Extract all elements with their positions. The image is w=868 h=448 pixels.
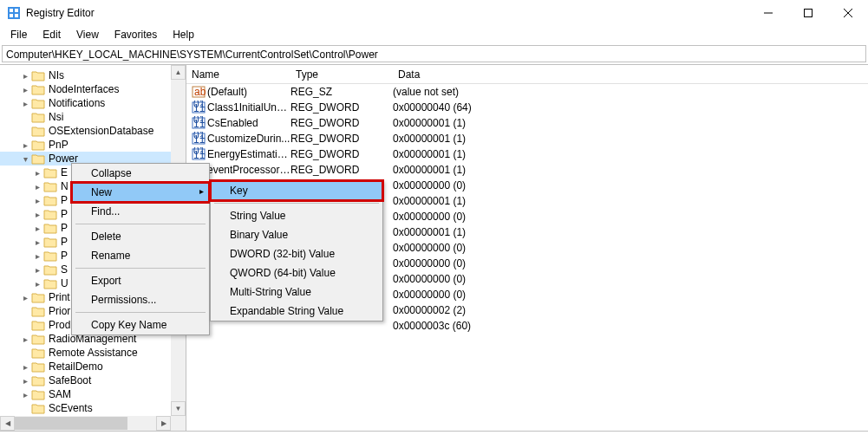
tree-item[interactable]: NIs [0,68,186,82]
menu-view[interactable]: View [69,27,106,42]
cell-data: 0x00000001 (1) [393,117,868,129]
menu-item-collapse[interactable]: Collapse [72,164,209,183]
list-row[interactable]: 011110eventProcessorE...REG_DWORD0x00000… [186,162,868,178]
menu-item-rename[interactable]: Rename [72,246,209,265]
chevron-right-icon[interactable] [19,140,31,150]
tree-item-label: ScEvents [47,402,95,414]
chevron-right-icon[interactable] [31,196,43,205]
tree-item[interactable]: NodeInterfaces [0,82,186,96]
menu-item-dword-32-bit-value[interactable]: DWORD (32-bit) Value [211,244,382,263]
list-header[interactable]: Name Type Data [186,65,868,84]
menu-file[interactable]: File [3,27,34,42]
chevron-right-icon[interactable] [19,362,31,372]
menu-item-multi-string-value[interactable]: Multi-String Value [211,282,382,302]
chevron-right-icon[interactable] [31,210,43,219]
folder-icon [31,83,45,95]
chevron-right-icon[interactable] [31,237,43,247]
cell-data: 0x00000001 (1) [393,195,868,207]
menu-separator [75,312,206,313]
scroll-down-icon[interactable]: ▼ [171,401,186,416]
menu-separator [75,268,206,269]
cell-data: 0x00000000 (0) [393,257,868,269]
tree-item-label: NIs [47,69,66,81]
scrollbar-thumb[interactable] [15,417,127,430]
menu-item-export[interactable]: Export [72,271,209,290]
title-bar: Registry Editor [0,0,868,26]
cell-data: 0x0000003c (60) [393,320,868,332]
tree-item-label: PnP [47,139,70,151]
chevron-right-icon[interactable] [31,279,43,289]
address-bar[interactable]: Computer\HKEY_LOCAL_MACHINE\SYSTEM\Curre… [2,45,866,62]
chevron-down-icon[interactable] [19,154,31,164]
tree-item[interactable]: PnP [0,138,186,152]
menu-item-copy-key-name[interactable]: Copy Key Name [72,315,209,334]
tree-item[interactable]: Remote Assistance [0,346,186,360]
cell-data: 0x00000001 (1) [393,226,868,238]
folder-icon [31,333,45,345]
svg-rect-6 [805,10,813,17]
column-name[interactable]: Name [186,67,290,82]
chevron-right-icon[interactable] [19,334,31,344]
folder-icon [31,139,45,151]
menu-item-find[interactable]: Find... [72,202,209,221]
tree-item[interactable]: Notifications [0,96,186,110]
chevron-right-icon[interactable] [19,99,31,108]
tree-item[interactable]: SafeBoot [0,373,186,387]
chevron-right-icon[interactable] [19,85,31,94]
folder-icon [31,69,45,81]
binary-value-icon: 011110 [192,132,206,146]
cell-type: REG_DWORD [290,164,393,176]
context-submenu-new[interactable]: KeyString ValueBinary ValueDWORD (32-bit… [210,180,383,321]
scroll-up-icon[interactable]: ▲ [171,65,186,80]
list-row[interactable]: 011110CustomizeDurin...REG_DWORD0x000000… [186,131,868,146]
tree-item[interactable]: OSExtensionDatabase [0,124,186,138]
menu-item-new[interactable]: New [72,183,209,202]
chevron-right-icon[interactable] [19,376,31,386]
binary-value-icon: 011110 [192,101,206,114]
menu-favorites[interactable]: Favorites [108,27,164,42]
list-row[interactable]: 011110Class1InitialUnp...REG_DWORD0x0000… [186,100,868,115]
folder-icon [31,125,45,137]
folder-icon [43,180,57,192]
menu-item-expandable-string-value[interactable]: Expandable String Value [211,302,382,321]
chevron-right-icon[interactable] [31,251,43,261]
cell-name: CsEnabled [207,117,290,129]
menu-help[interactable]: Help [166,27,201,42]
chevron-right-icon[interactable] [31,265,43,275]
svg-text:110: 110 [193,149,206,161]
menu-edit[interactable]: Edit [36,27,68,42]
menu-item-binary-value[interactable]: Binary Value [211,225,382,244]
menu-bar[interactable]: File Edit View Favorites Help [0,26,868,43]
chevron-right-icon[interactable] [31,224,43,233]
tree-item[interactable]: SAM [0,387,186,401]
tree-item[interactable]: Nsi [0,110,186,124]
chevron-right-icon[interactable] [19,71,31,81]
column-data[interactable]: Data [393,67,868,82]
tree-item-label: P [59,222,69,234]
close-button[interactable] [828,0,868,26]
scroll-left-icon[interactable]: ◀ [0,416,15,431]
tree-item[interactable]: ScEvents [0,401,186,415]
cell-name: eventProcessorE... [207,164,290,176]
chevron-right-icon[interactable] [31,182,43,192]
list-row[interactable]: ab(Default)REG_SZ(value not set) [186,84,868,100]
list-row[interactable]: 011110EnergyEstimatio...REG_DWORD0x00000… [186,146,868,162]
chevron-right-icon[interactable] [31,168,43,178]
tree-scrollbar-horizontal[interactable]: ◀ ▶ [0,416,171,431]
menu-item-permissions[interactable]: Permissions... [72,290,209,309]
context-menu[interactable]: CollapseNewFind...DeleteRenameExportPerm… [71,163,210,335]
menu-item-string-value[interactable]: String Value [211,206,382,225]
tree-item[interactable]: RetailDemo [0,360,186,373]
folder-icon [31,305,45,317]
menu-item-qword-64-bit-value[interactable]: QWORD (64-bit) Value [211,263,382,282]
scroll-right-icon[interactable]: ▶ [156,416,171,431]
maximize-button[interactable] [788,0,828,26]
list-row[interactable]: 011110CsEnabledREG_DWORD0x00000001 (1) [186,115,868,131]
status-bar [0,431,868,448]
menu-item-key[interactable]: Key [211,181,382,200]
chevron-right-icon[interactable] [19,293,31,302]
menu-item-delete[interactable]: Delete [72,227,209,246]
chevron-right-icon[interactable] [19,390,31,399]
minimize-button[interactable] [748,0,788,26]
column-type[interactable]: Type [290,67,393,82]
